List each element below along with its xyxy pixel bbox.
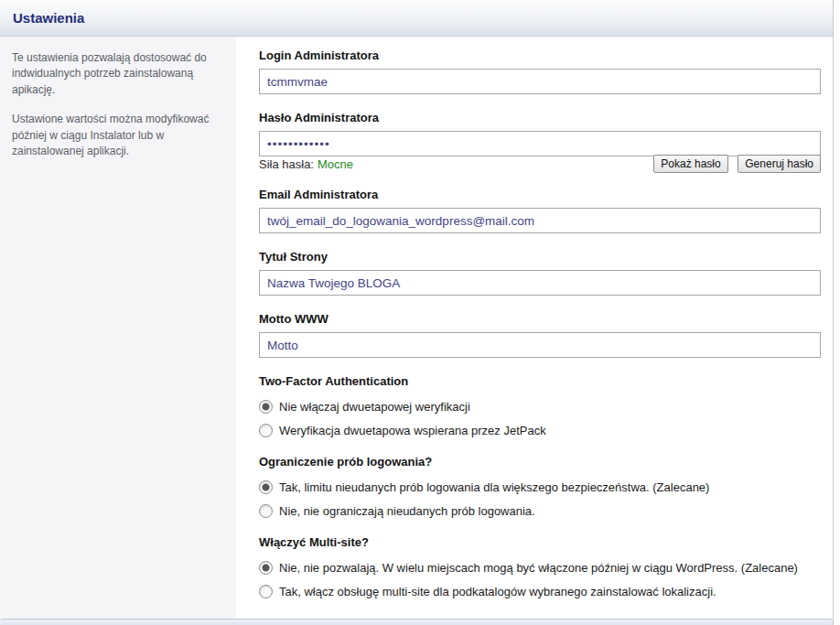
- password-buttons: Pokaż hasło Generuj hasło: [647, 155, 821, 173]
- password-strength-row: Siła hasła:Mocne Pokaż hasło Generuj has…: [259, 155, 821, 173]
- site-motto-field: Motto WWW: [259, 312, 821, 358]
- login-limit-yes-radio[interactable]: [259, 480, 273, 494]
- radio-option: Tak, limitu nieudanych prób logowania dl…: [259, 478, 821, 496]
- admin-login-input[interactable]: [259, 69, 821, 94]
- login-limit-group: Ograniczenie prób logowania? Tak, limitu…: [259, 455, 821, 520]
- settings-panel: Ustawienia Te ustawienia pozwalają dosto…: [0, 0, 834, 625]
- login-limit-group-label: Ograniczenie prób logowania?: [259, 455, 821, 469]
- two-factor-jetpack-radio[interactable]: [259, 424, 273, 437]
- radio-option: Nie, nie ograniczają nieudanych prób log…: [259, 501, 821, 520]
- generate-password-button[interactable]: Generuj hasło: [738, 155, 821, 173]
- site-motto-label: Motto WWW: [259, 312, 821, 326]
- sidebar-note-1: Te ustawienia pozwalają dostosować do in…: [12, 50, 221, 98]
- admin-email-label: Email Administratora: [259, 188, 821, 201]
- password-strength: Siła hasła:Mocne: [259, 157, 353, 171]
- radio-option: Tak, włącz obsługę multi-site dla podkat…: [259, 582, 821, 600]
- site-title-field: Tytuł Strony: [259, 250, 821, 296]
- next-section-edge: [0, 619, 833, 625]
- admin-password-field: Hasło Administratora: [259, 111, 821, 156]
- admin-password-input[interactable]: [259, 131, 821, 156]
- admin-login-field: Login Administratora: [259, 48, 821, 94]
- login-limit-no-radio[interactable]: [259, 504, 273, 518]
- page-header: Ustawienia: [0, 0, 833, 37]
- admin-password-label: Hasło Administratora: [259, 111, 821, 124]
- radio-option-label: Nie, nie pozwalają. W wielu miejscach mo…: [279, 561, 798, 575]
- page-title: Ustawienia: [13, 10, 84, 26]
- sidebar-note-2: Ustawione wartości można modyfikować póź…: [12, 112, 221, 159]
- site-title-input[interactable]: [259, 270, 821, 296]
- password-strength-label: Siła hasła:: [259, 157, 314, 171]
- radio-option-label: Nie, nie ograniczają nieudanych prób log…: [279, 504, 535, 518]
- site-motto-input[interactable]: [259, 332, 821, 358]
- radio-option: Weryfikacja dwuetapowa wspierana przez J…: [259, 421, 821, 439]
- radio-option-label: Nie włączaj dwuetapowej weryfikacji: [279, 400, 470, 414]
- site-title-label: Tytuł Strony: [259, 250, 821, 264]
- multisite-group: Włączyć Multi-site? Nie, nie pozwalają. …: [259, 535, 821, 600]
- radio-option: Nie włączaj dwuetapowej weryfikacji: [259, 397, 821, 415]
- radio-option-label: Weryfikacja dwuetapowa wspierana przez J…: [279, 424, 546, 437]
- admin-email-input[interactable]: [259, 208, 821, 233]
- multisite-no-radio[interactable]: [259, 561, 273, 575]
- settings-form: Login Administratora Hasło Administrator…: [236, 37, 833, 619]
- admin-email-field: Email Administratora: [259, 188, 821, 233]
- admin-login-label: Login Administratora: [259, 48, 821, 62]
- two-factor-off-radio[interactable]: [259, 400, 273, 414]
- radio-option: Nie, nie pozwalają. W wielu miejscach mo…: [259, 558, 821, 577]
- multisite-yes-radio[interactable]: [259, 585, 273, 598]
- content-area: Te ustawienia pozwalają dostosować do in…: [0, 37, 833, 619]
- radio-option-label: Tak, włącz obsługę multi-site dla podkat…: [279, 585, 716, 598]
- radio-option-label: Tak, limitu nieudanych prób logowania dl…: [279, 480, 709, 494]
- show-password-button[interactable]: Pokaż hasło: [653, 155, 727, 173]
- sidebar: Te ustawienia pozwalają dostosować do in…: [0, 37, 236, 619]
- two-factor-group-label: Two-Factor Authentication: [259, 374, 821, 388]
- multisite-group-label: Włączyć Multi-site?: [259, 535, 821, 549]
- two-factor-group: Two-Factor Authentication Nie włączaj dw…: [259, 374, 821, 439]
- password-strength-value: Mocne: [318, 157, 353, 171]
